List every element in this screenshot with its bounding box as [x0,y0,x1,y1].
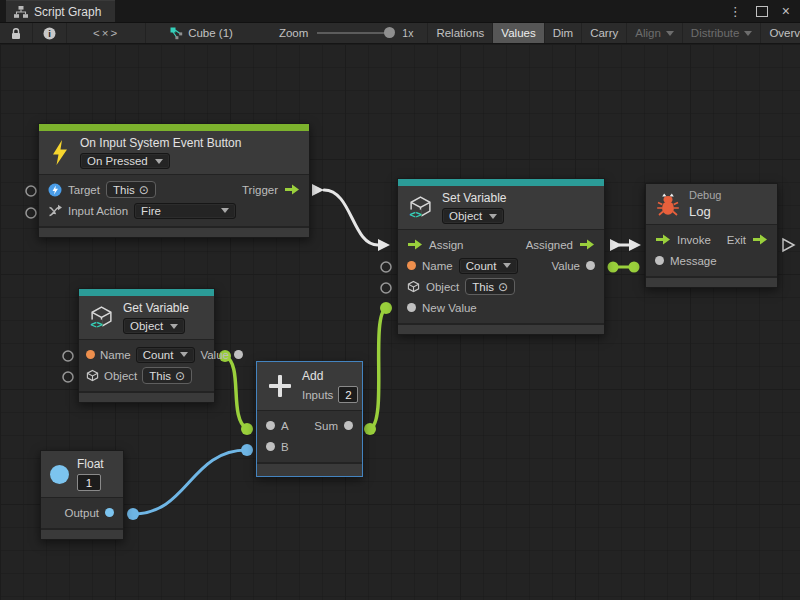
node-debug-log[interactable]: Debug Log Invoke Exit Message [645,183,778,288]
overview-button[interactable]: Overview [761,23,800,43]
lock-button[interactable] [0,23,33,43]
target-object-field[interactable]: This ⊙ [106,181,156,198]
graph-toolbar: i <×> Cube (1) Zoom 1x Relations Values … [0,22,800,44]
wire-end-a[interactable] [241,423,253,435]
wire-end-b[interactable] [241,444,253,456]
input-action-icon [48,204,62,218]
port-event-input-action[interactable] [26,208,36,218]
row-object: Object This ⊙ [79,365,214,386]
tab-title: Script Graph [34,5,101,19]
window-titlebar: Script Graph ⋮ × [0,0,800,22]
script-graph-icon [170,27,183,40]
align-button[interactable]: Align [627,23,683,43]
inputs-count-field[interactable]: 2 [338,386,358,403]
name-dropdown[interactable]: Count [136,347,196,363]
row-a: A Sum [257,415,362,436]
assign-flow-port[interactable] [407,239,423,250]
info-button[interactable]: i [33,23,67,43]
graph-canvas[interactable]: On Input System Event Button On Pressed … [0,44,800,600]
node-footer [398,323,604,334]
maximize-icon[interactable] [756,6,768,17]
invoke-flow-port[interactable] [655,234,671,245]
variable-kind-dropdown[interactable]: Object [123,318,185,334]
assigned-flow-port[interactable] [579,239,595,250]
float-value-field[interactable]: 1 [77,474,101,491]
node-set-variable[interactable]: <> Set Variable Object Assign Assigned [397,178,605,335]
carry-button[interactable]: Carry [582,23,627,43]
input-action-dropdown[interactable]: Fire [134,203,236,219]
port-getvar-name[interactable] [63,351,73,361]
value-port[interactable] [234,350,243,359]
variable-kind-dropdown[interactable]: Object [442,208,504,224]
window-menu-icon[interactable]: ⋮ [729,5,742,18]
chevron-down-icon [221,208,229,213]
lightning-bolt-icon [49,139,71,166]
node-footer [41,528,123,539]
row-message: Message [646,250,777,271]
sum-port[interactable] [344,421,353,430]
dim-button[interactable]: Dim [545,23,582,43]
wire-float-b[interactable] [133,450,247,514]
node-add[interactable]: Add Inputs 2 A Sum B [256,361,363,477]
name-port[interactable] [407,261,416,270]
values-button[interactable]: Values [493,23,544,43]
graph-breadcrumb[interactable]: Cube (1) [162,23,241,43]
node-footer [39,226,309,237]
message-port[interactable] [655,256,664,265]
exit-flow-port[interactable] [752,234,768,245]
wire-end-assign[interactable] [378,239,390,251]
output-port[interactable] [105,508,114,517]
port-setvar-name[interactable] [381,262,391,272]
wire-end-newvalue[interactable] [380,302,392,314]
cube-icon [407,280,420,293]
row-name: Name Count Value [398,255,604,276]
zoom-slider-handle[interactable] [384,27,395,38]
chevron-down-icon [744,31,752,36]
port-event-target[interactable] [26,186,36,196]
b-port[interactable] [266,442,275,451]
node-float[interactable]: Float 1 Output [40,450,124,540]
tab-script-graph[interactable]: Script Graph [6,0,115,22]
chevron-down-icon [180,352,188,357]
row-output: Output [41,502,123,523]
svg-text:<>: <> [410,208,423,220]
wire-end-invoke[interactable] [629,239,641,251]
zoom-slider[interactable] [317,32,393,34]
value-port[interactable] [586,261,595,270]
relations-button[interactable]: Relations [427,23,493,43]
name-port[interactable] [86,350,95,359]
zoom-label: Zoom [279,27,308,39]
wire-sum-newvalue[interactable] [370,308,386,429]
port-setvar-object[interactable] [381,283,391,293]
wire-start-sum[interactable] [364,423,376,435]
close-icon[interactable]: × [782,4,790,18]
node-title: Log [689,204,711,219]
object-field[interactable]: This ⊙ [142,367,192,384]
node-get-variable[interactable]: <> Get Variable Object Name Count Value [78,288,215,403]
distribute-button[interactable]: Distribute [683,23,762,43]
wire-start-value[interactable] [608,262,619,273]
wire-start-trigger[interactable] [312,184,324,196]
chevron-down-icon [155,159,163,164]
node-title: Get Variable [123,301,189,315]
wire-trigger-assign[interactable] [324,190,378,245]
wire-end-message[interactable] [629,262,640,273]
variable-icon: <> [89,305,114,330]
row-object: Object This ⊙ [398,276,604,297]
node-on-input-system-event-button[interactable]: On Input System Event Button On Pressed … [38,123,310,238]
name-dropdown[interactable]: Count [459,258,519,274]
a-port[interactable] [266,421,275,430]
object-field[interactable]: This ⊙ [465,278,515,295]
code-preview-button[interactable]: <×> [67,23,146,43]
new-value-port[interactable] [407,303,416,312]
wire-start-float-output[interactable] [127,508,139,520]
variable-accent-strip [398,179,604,186]
trigger-flow-port[interactable] [284,184,300,195]
zoom-control: Zoom 1x [271,23,422,43]
port-log-exit[interactable] [783,239,794,251]
wire-getvalue-a[interactable] [225,356,247,429]
port-getvar-object[interactable] [63,372,73,382]
node-footer [79,391,214,402]
event-mode-dropdown[interactable]: On Pressed [80,153,170,169]
node-category: Debug [689,189,721,201]
